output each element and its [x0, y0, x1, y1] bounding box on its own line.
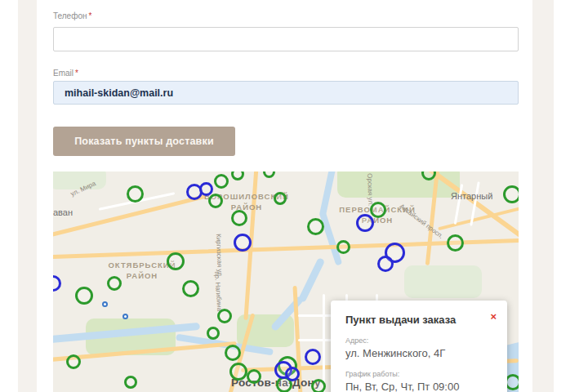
- map-marker-green[interactable]: [503, 185, 519, 203]
- map-marker-green[interactable]: [214, 174, 229, 189]
- map-marker-green[interactable]: [66, 354, 81, 369]
- email-input[interactable]: [53, 81, 519, 105]
- map-marker-green[interactable]: [167, 252, 185, 270]
- address-value: ул. Менжинского, 4Г: [345, 347, 494, 359]
- schedule-value: Пн, Вт, Ср, Чт, Пт 09:00: [345, 381, 494, 392]
- map-marker-green[interactable]: [75, 287, 93, 305]
- map-marker-green[interactable]: [370, 202, 386, 218]
- phone-field-label: Телефон*: [53, 11, 91, 20]
- map-marker-green[interactable]: [127, 185, 144, 203]
- map-marker-blue[interactable]: [285, 367, 300, 381]
- map-marker-green[interactable]: [107, 276, 122, 291]
- required-asterisk: *: [75, 69, 78, 78]
- map-marker-green[interactable]: [274, 192, 287, 205]
- map-transport-stop-dot: [122, 314, 128, 319]
- phone-input[interactable]: [53, 27, 519, 51]
- map-marker-blue[interactable]: [53, 275, 61, 292]
- pickup-popup: Пункт выдачи заказа × Адрес: ул. Менжинс…: [331, 301, 507, 392]
- show-pickup-points-button[interactable]: Показать пункты доставки: [53, 127, 235, 156]
- email-field-label: Email*: [53, 69, 78, 78]
- map-marker-green[interactable]: [208, 194, 223, 208]
- map-marker-green[interactable]: [263, 172, 275, 178]
- map-marker-blue[interactable]: [356, 214, 374, 232]
- map-park-area: [404, 265, 482, 298]
- map-marker-green[interactable]: [225, 345, 241, 361]
- map-marker-green[interactable]: [231, 172, 244, 180]
- required-asterisk: *: [88, 11, 91, 20]
- map-marker-green[interactable]: [307, 218, 324, 235]
- schedule-label: График работы:: [345, 370, 494, 378]
- map-street-label: Орская ул.: [366, 173, 374, 206]
- map-marker-green[interactable]: [229, 363, 247, 381]
- map-marker-blue[interactable]: [305, 349, 321, 365]
- email-label-text: Email: [53, 69, 74, 78]
- close-icon[interactable]: ×: [490, 311, 497, 322]
- map-marker-green[interactable]: [447, 234, 464, 252]
- map-marker-green[interactable]: [231, 210, 247, 226]
- map-marker-green[interactable]: [247, 369, 261, 384]
- map-marker-green[interactable]: [207, 327, 220, 340]
- map-marker-green[interactable]: [311, 379, 326, 392]
- map-minor-road: [323, 294, 325, 392]
- map-marker-green[interactable]: [336, 240, 350, 254]
- map-marker-blue[interactable]: [199, 182, 213, 196]
- map-place-label: Янтарный: [451, 191, 492, 201]
- map-place-label: аван: [53, 207, 73, 217]
- map-marker-blue[interactable]: [234, 234, 252, 252]
- map-marker-green[interactable]: [124, 376, 137, 389]
- map-marker-green[interactable]: [217, 309, 232, 323]
- map-marker-green[interactable]: [182, 280, 199, 297]
- map-river: [298, 257, 326, 303]
- pickup-popup-title: Пункт выдачи заказа: [345, 314, 494, 326]
- delivery-map[interactable]: Ростов-на-Дону ВОРОШИЛОВСКИЙ РАЙОНПЕРВОМ…: [53, 172, 519, 392]
- map-marker-blue[interactable]: [377, 256, 394, 272]
- address-label: Адрес:: [345, 336, 494, 345]
- phone-label-text: Телефон: [53, 11, 87, 20]
- map-transport-stop-dot: [102, 301, 108, 307]
